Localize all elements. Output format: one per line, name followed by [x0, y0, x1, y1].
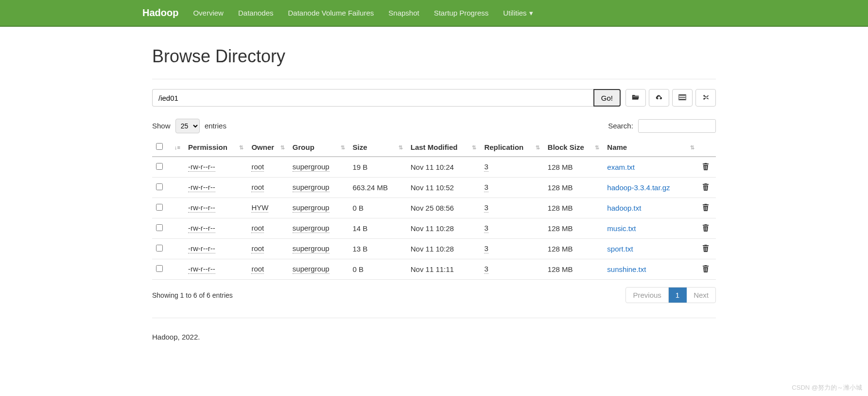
table-row: -rw-r--r--rootsupergroup13 BNov 11 10:28…: [152, 239, 716, 259]
owner-value[interactable]: root: [251, 244, 264, 253]
replication-value[interactable]: 3: [484, 244, 488, 253]
list-icon: [678, 94, 686, 102]
group-value[interactable]: supergroup: [293, 244, 330, 253]
trash-icon: [702, 245, 709, 253]
blocksize-value: 128 MB: [544, 218, 604, 239]
cut-button[interactable]: [695, 89, 716, 107]
replication-value[interactable]: 3: [484, 224, 488, 233]
col-permission[interactable]: Permission⇅: [184, 138, 247, 157]
file-name-link[interactable]: sport.txt: [607, 245, 633, 253]
row-checkbox[interactable]: [156, 265, 163, 272]
group-value[interactable]: supergroup: [293, 183, 330, 192]
nav-snapshot[interactable]: Snapshot: [388, 9, 419, 17]
delete-button[interactable]: [702, 266, 709, 274]
replication-value[interactable]: 3: [484, 203, 488, 213]
col-blocksize[interactable]: Block Size⇅: [544, 138, 604, 157]
folder-open-button[interactable]: [625, 89, 646, 107]
permission-value[interactable]: -rw-r--r--: [188, 244, 215, 253]
delete-button[interactable]: [702, 184, 709, 192]
group-value[interactable]: supergroup: [293, 265, 330, 274]
nav-startup-progress[interactable]: Startup Progress: [434, 9, 489, 17]
col-size[interactable]: Size⇅: [349, 138, 407, 157]
group-value[interactable]: supergroup: [293, 203, 330, 213]
col-sort-blank[interactable]: ↓≡: [170, 138, 184, 157]
file-name-link[interactable]: music.txt: [607, 224, 636, 233]
col-name-label: Name: [607, 143, 627, 151]
modified-value: Nov 11 10:28: [407, 218, 481, 239]
sort-icon: ⇅: [341, 145, 345, 149]
upload-button[interactable]: [649, 89, 669, 107]
permission-value[interactable]: -rw-r--r--: [188, 162, 215, 172]
footer-text: Hadoop, 2022.: [152, 333, 716, 341]
modified-value: Nov 11 10:52: [407, 178, 481, 198]
length-menu: Show 25 entries: [152, 119, 226, 133]
replication-value[interactable]: 3: [484, 162, 488, 172]
delete-button[interactable]: [702, 204, 709, 213]
caret-down-icon: ▾: [529, 9, 533, 18]
blocksize-value: 128 MB: [544, 157, 604, 178]
size-value: 0 B: [349, 259, 407, 280]
col-modified[interactable]: Last Modified⇅: [407, 138, 481, 157]
nav-datanodes[interactable]: Datanodes: [238, 9, 274, 17]
sort-icon: ⇅: [536, 145, 540, 149]
owner-value[interactable]: root: [251, 183, 264, 192]
group-value[interactable]: supergroup: [293, 162, 330, 172]
page-1-button[interactable]: 1: [669, 288, 687, 303]
trash-icon: [702, 204, 709, 213]
permission-value[interactable]: -rw-r--r--: [188, 203, 215, 213]
col-replication[interactable]: Replication⇅: [480, 138, 543, 157]
next-button[interactable]: Next: [687, 288, 715, 303]
owner-value[interactable]: HYW: [251, 203, 268, 213]
col-checkbox[interactable]: [152, 138, 170, 157]
col-group[interactable]: Group⇅: [289, 138, 349, 157]
select-all-checkbox[interactable]: [156, 143, 163, 150]
nav-overview[interactable]: Overview: [193, 9, 224, 17]
blocksize-value: 128 MB: [544, 259, 604, 280]
delete-button[interactable]: [702, 225, 709, 233]
list-button[interactable]: [672, 89, 693, 107]
search-group: Search:: [608, 119, 716, 133]
trash-icon: [702, 163, 709, 172]
go-button[interactable]: Go!: [593, 89, 621, 107]
file-name-link[interactable]: exam.txt: [607, 163, 635, 171]
length-select[interactable]: 25: [175, 119, 200, 133]
replication-value[interactable]: 3: [484, 183, 488, 192]
previous-button[interactable]: Previous: [626, 288, 668, 303]
path-input[interactable]: [152, 89, 593, 107]
permission-value[interactable]: -rw-r--r--: [188, 224, 215, 233]
size-value: 0 B: [349, 198, 407, 218]
replication-value[interactable]: 3: [484, 265, 488, 274]
permission-value[interactable]: -rw-r--r--: [188, 183, 215, 192]
permission-value[interactable]: -rw-r--r--: [188, 265, 215, 274]
delete-button[interactable]: [702, 245, 709, 253]
sort-icon: ⇅: [595, 145, 599, 149]
col-owner[interactable]: Owner⇅: [247, 138, 288, 157]
col-modified-label: Last Modified: [411, 143, 458, 151]
search-input[interactable]: [638, 119, 716, 133]
col-size-label: Size: [353, 143, 367, 151]
file-name-link[interactable]: hadoop-3.3.4.tar.gz: [607, 183, 670, 192]
owner-value[interactable]: root: [251, 265, 264, 274]
nav-utilities[interactable]: Utilities ▾: [503, 9, 533, 18]
row-checkbox[interactable]: [156, 224, 163, 231]
row-checkbox[interactable]: [156, 245, 163, 252]
brand[interactable]: Hadoop: [142, 7, 178, 18]
sort-icon: ⇅: [239, 145, 243, 149]
table-row: -rw-r--r--rootsupergroup0 BNov 11 11:113…: [152, 259, 716, 280]
nav-volume-failures[interactable]: Datanode Volume Failures: [288, 9, 374, 17]
group-value[interactable]: supergroup: [293, 224, 330, 233]
page-title: Browse Directory: [152, 46, 716, 67]
sort-icon: ⇅: [399, 145, 403, 149]
file-name-link[interactable]: sunshine.txt: [607, 265, 646, 273]
col-name[interactable]: Name⇅: [603, 138, 698, 157]
file-name-link[interactable]: hadoop.txt: [607, 204, 641, 212]
delete-button[interactable]: [702, 163, 709, 172]
row-checkbox[interactable]: [156, 163, 163, 170]
row-checkbox[interactable]: [156, 204, 163, 211]
row-checkbox[interactable]: [156, 183, 163, 190]
owner-value[interactable]: root: [251, 162, 264, 172]
owner-value[interactable]: root: [251, 224, 264, 233]
table-row: -rw-r--r--HYWsupergroup0 BNov 25 08:5631…: [152, 198, 716, 218]
modified-value: Nov 11 11:11: [407, 259, 481, 280]
col-group-label: Group: [293, 143, 314, 151]
